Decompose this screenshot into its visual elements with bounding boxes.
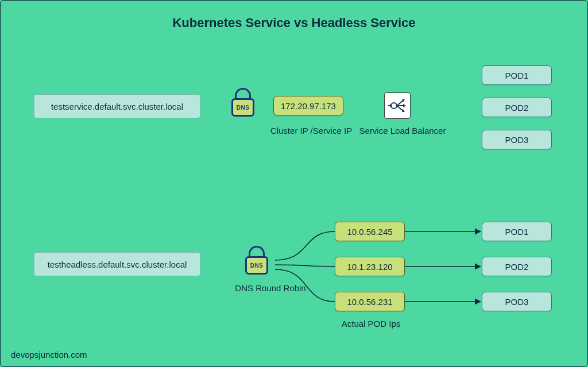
headless-ip-3: 10.0.56.231 [335, 292, 405, 311]
cluster-ip-value: 172.20.97.173 [273, 96, 343, 115]
headless-ip-2: 10.1.23.120 [335, 257, 405, 276]
diagram-title: Kubernetes Service vs Headless Service [1, 16, 587, 30]
svg-line-3 [397, 101, 403, 106]
service-dns-name: testservice.default.svc.cluster.local [34, 94, 200, 118]
lb-glyph-icon [386, 94, 409, 117]
cluster-ip-label: Cluster IP /Service IP [262, 126, 360, 136]
flow-connectors [1, 1, 588, 367]
dns-round-robin-label: DNS Round Robin [227, 283, 314, 293]
svg-line-7 [397, 106, 403, 111]
headless-pod-3: POD3 [482, 292, 552, 311]
attribution: devopsjunction.com [11, 350, 87, 360]
service-pod-2: POD2 [482, 98, 552, 117]
headless-dns-name: testheadless.default.svc.cluster.local [34, 252, 200, 276]
svg-marker-6 [403, 104, 406, 107]
headless-ip-1: 10.0.56.245 [335, 222, 405, 241]
actual-pod-ips-label: Actual POD Ips [331, 319, 411, 329]
dns-icon: DNS [230, 88, 256, 117]
dns-icon: DNS [244, 246, 269, 275]
load-balancer-label: Service Load Balancer [354, 126, 451, 136]
headless-pod-1: POD1 [482, 222, 552, 241]
service-pod-1: POD1 [482, 65, 552, 85]
service-pod-3: POD3 [482, 130, 552, 149]
load-balancer-icon [384, 92, 411, 119]
headless-pod-2: POD2 [482, 257, 552, 276]
